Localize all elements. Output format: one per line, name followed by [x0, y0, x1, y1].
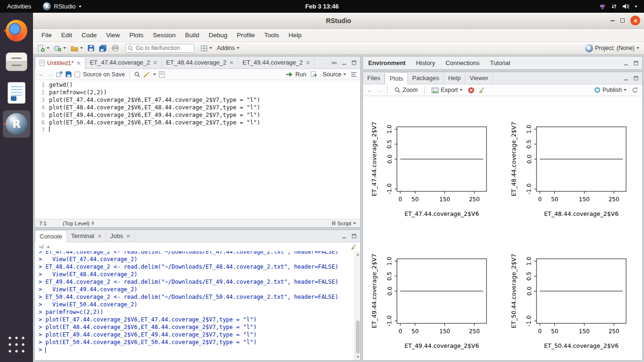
tab-overflow-icon[interactable]: »»: [331, 59, 337, 66]
tab-history[interactable]: History: [411, 59, 440, 66]
clear-console-icon[interactable]: [350, 244, 356, 250]
minimize-pane-icon[interactable]: [341, 60, 347, 66]
open-in-files-icon[interactable]: [46, 245, 51, 249]
document-outline-icon[interactable]: [351, 72, 357, 77]
app-indicator-menu[interactable]: R RStudio: [38, 0, 86, 13]
pane-layout-button[interactable]: [199, 44, 214, 52]
source-tab-3[interactable]: ET_48.44.coverage_2: [162, 57, 238, 68]
maximize-pane-icon[interactable]: [633, 75, 639, 81]
open-in-new-window-icon[interactable]: [56, 71, 63, 77]
close-tab-icon[interactable]: [306, 61, 310, 65]
maximize-pane-icon[interactable]: [351, 233, 357, 239]
maximize-pane-icon[interactable]: [351, 60, 357, 66]
source-on-save-checkbox[interactable]: [74, 72, 80, 77]
tab-files[interactable]: Files: [363, 72, 385, 84]
dock-item-app-grid[interactable]: [3, 331, 30, 358]
project-menu-button[interactable]: R Project: (None): [583, 43, 641, 53]
code-tools-wand-icon[interactable]: [143, 71, 150, 78]
next-plot-icon[interactable]: →: [376, 87, 382, 94]
close-tab-icon[interactable]: [98, 234, 101, 238]
clock[interactable]: Feb 3 13:46: [305, 3, 339, 10]
scope-selector[interactable]: (Top Level): [63, 221, 94, 226]
menu-edit[interactable]: Edit: [57, 30, 77, 41]
dock-item-rstudio[interactable]: R: [3, 110, 30, 138]
find-replace-icon[interactable]: [134, 71, 140, 78]
tab-packages[interactable]: Packages: [408, 72, 444, 84]
close-tab-icon[interactable]: [77, 61, 81, 65]
console-tab-console[interactable]: Console: [35, 230, 67, 242]
close-tab-icon[interactable]: [126, 234, 130, 238]
file-type-selector[interactable]: R Script: [332, 221, 356, 226]
menu-debug[interactable]: Debug: [204, 30, 232, 41]
minimize-pane-icon[interactable]: [623, 60, 629, 66]
minimize-pane-icon[interactable]: [623, 75, 629, 81]
code-line[interactable]: 6plot(ET_50.44.coverage_2$V6,ET_50.44.co…: [35, 119, 360, 126]
console-output[interactable]: > ET_47.44.coverage_2 <- read.delim("~/D…: [35, 251, 360, 360]
tab-tutorial[interactable]: Tutorial: [485, 59, 515, 66]
close-tab-icon[interactable]: [230, 61, 233, 65]
scrollbar-thumb[interactable]: [356, 321, 360, 354]
tab-plots[interactable]: Plots: [385, 72, 408, 84]
close-window-icon[interactable]: [630, 16, 640, 25]
scroll-up-icon[interactable]: [356, 253, 359, 255]
menu-help[interactable]: Help: [284, 30, 306, 41]
previous-plot-icon[interactable]: ←: [367, 87, 373, 94]
plot-ET_47[interactable]: 050150250-1.00.00.51.0ET_47.44.coverage_…: [364, 97, 502, 229]
minimize-pane-icon[interactable]: [341, 233, 347, 239]
code-editor[interactable]: 1getwd()2par(mfrow=c(2,2))3plot(ET_47.44…: [35, 80, 360, 219]
close-tab-icon[interactable]: [153, 61, 157, 65]
tab-viewer[interactable]: Viewer: [465, 72, 493, 84]
code-line[interactable]: 3plot(ET_47.44.coverage_2$V6,ET_47.44.co…: [35, 96, 360, 104]
goto-file-input[interactable]: [125, 44, 194, 53]
scroll-down-icon[interactable]: [356, 356, 359, 358]
source-tab-1[interactable]: Untitled1*: [35, 57, 85, 69]
clear-all-plots-icon[interactable]: [478, 87, 485, 93]
compile-report-icon[interactable]: [159, 71, 165, 78]
menu-plots[interactable]: Plots: [124, 30, 148, 41]
menu-view[interactable]: View: [101, 30, 124, 41]
addins-button[interactable]: Addins: [215, 44, 241, 52]
dock-item-firefox[interactable]: [3, 17, 30, 44]
code-line[interactable]: 4plot(ET_48.44.coverage_2$V6,ET_48.44.co…: [35, 104, 360, 111]
maximize-pane-icon[interactable]: [633, 60, 639, 66]
console-tab-jobs[interactable]: Jobs: [106, 230, 135, 242]
code-line[interactable]: 1getwd(): [35, 81, 360, 89]
source-button[interactable]: Source: [321, 70, 348, 79]
menu-session[interactable]: Session: [148, 30, 180, 41]
menu-code[interactable]: Code: [77, 30, 101, 41]
menu-build[interactable]: Build: [180, 30, 204, 41]
zoom-button[interactable]: Zoom: [392, 86, 420, 94]
title-bar[interactable]: RStudio: [33, 13, 644, 29]
remove-plot-icon[interactable]: [468, 87, 475, 94]
tab-help[interactable]: Help: [444, 72, 465, 84]
plot-ET_49[interactable]: 050150250-1.00.00.51.0ET_49.44.coverage_…: [364, 229, 502, 360]
tab-environment[interactable]: Environment: [363, 59, 411, 66]
new-project-button[interactable]: [52, 44, 68, 52]
plot-ET_48[interactable]: 050150250-1.00.00.51.0ET_48.44.coverage_…: [504, 97, 641, 229]
code-line[interactable]: 7: [35, 126, 360, 134]
open-file-button[interactable]: [69, 44, 85, 52]
code-line[interactable]: 2par(mfrow=c(2,2)): [35, 89, 360, 96]
menu-profile[interactable]: Profile: [232, 30, 259, 41]
save-all-button[interactable]: [97, 44, 109, 53]
activities-button[interactable]: Activities: [0, 0, 38, 13]
code-line[interactable]: 5plot(ET_49.44.coverage_2$V6,ET_49.44.co…: [35, 111, 360, 119]
dock-item-files[interactable]: [3, 48, 30, 75]
publish-button[interactable]: Publish: [592, 86, 628, 94]
back-icon[interactable]: ←: [38, 71, 44, 78]
save-icon[interactable]: [66, 71, 72, 77]
print-button[interactable]: [110, 44, 121, 52]
run-button[interactable]: Run: [284, 70, 308, 79]
rerun-icon[interactable]: [311, 71, 318, 78]
tab-connections[interactable]: Connections: [440, 59, 485, 66]
source-tab-4[interactable]: ET_49.44.coverage_2: [238, 57, 314, 68]
system-tray[interactable]: [599, 3, 644, 10]
forward-icon[interactable]: →: [47, 71, 53, 78]
console-scrollbar[interactable]: [355, 251, 360, 360]
refresh-icon[interactable]: [632, 87, 638, 93]
new-file-button[interactable]: [36, 44, 51, 53]
minimize-window-icon[interactable]: [611, 20, 615, 21]
maximize-window-icon[interactable]: [620, 18, 625, 23]
plot-ET_50[interactable]: 050150250-1.00.00.51.0ET_50.44.coverage_…: [504, 229, 641, 360]
menu-tools[interactable]: Tools: [259, 30, 284, 41]
